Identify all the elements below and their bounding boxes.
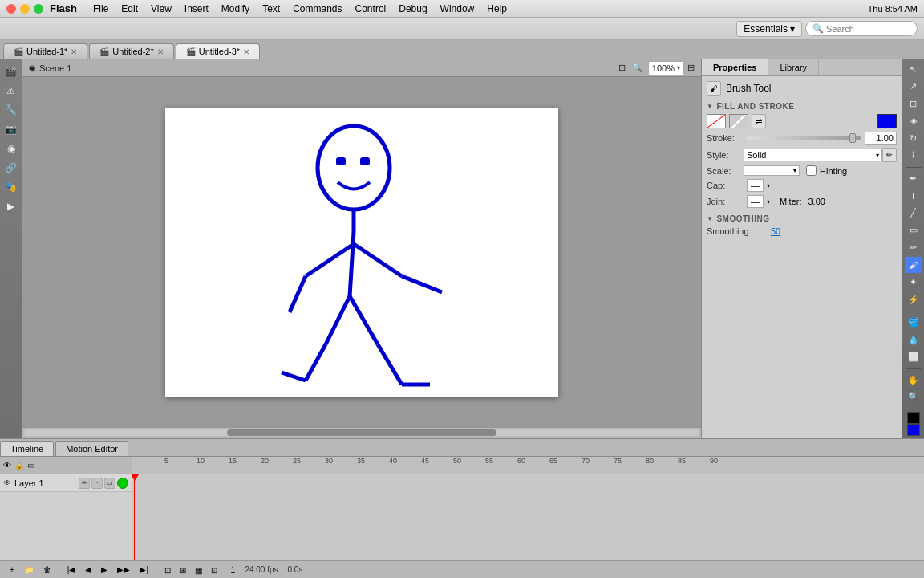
timeline-keyframes[interactable] [132,474,924,560]
close-button[interactable] [6,4,16,14]
style-edit-btn[interactable]: ✏ [882,148,897,162]
stage[interactable] [165,108,558,397]
tool-rectangle[interactable]: ▭ [905,222,922,239]
search-box[interactable]: 🔍 [805,21,918,36]
tool-brush[interactable]: 🖌 [905,257,922,274]
tool-text[interactable]: T [905,188,922,205]
tool-pencil[interactable]: ✏ [905,239,922,256]
menu-debug[interactable]: Debug [392,2,433,16]
tab-close3[interactable]: ✕ [243,47,249,56]
left-panel-compiler[interactable]: ⚠ [2,82,20,100]
step-back-btn[interactable]: ◀ [82,564,95,576]
go-first-btn[interactable]: |◀ [64,564,79,576]
menu-modify[interactable]: Modify [215,2,256,16]
zoom-dropdown[interactable]: ▾ [677,64,680,71]
color-swatch-blue[interactable] [877,114,897,128]
layer-dot-btn[interactable]: · [91,478,103,489]
tool-free-transform[interactable]: ⊡ [905,96,922,112]
hinting-checkbox[interactable] [806,165,817,176]
tool-bone[interactable]: ⚡ [905,291,922,308]
tab-untitled3[interactable]: 🎬 Untitled-3* ✕ [176,43,260,59]
tool-paint-bucket[interactable]: 🪣 [905,314,922,331]
tool-selection[interactable]: ↖ [905,61,922,78]
fill-stroke-collapse[interactable]: ▼ [707,103,713,110]
essentials-dropdown[interactable]: Essentials ▾ [736,21,802,37]
menu-help[interactable]: Help [480,2,513,16]
panel-tab-library[interactable]: Library [768,59,819,75]
timeline-tab-timeline[interactable]: Timeline [0,441,54,456]
stroke-value-input[interactable] [865,132,897,144]
minimize-button[interactable] [20,4,30,14]
step-forward-btn[interactable]: ▶▶ [114,564,133,576]
search-input[interactable] [826,24,906,34]
tool-deco[interactable]: ✦ [905,274,922,291]
edit-multiple-frames-btn[interactable]: ▦ [192,564,205,576]
stroke-slider[interactable] [747,136,861,140]
delete-layer-btn[interactable]: 🗑 [40,564,55,576]
left-panel-motion[interactable]: 🎬 [2,63,20,80]
tool-zoom[interactable]: 🔍 [905,389,922,405]
left-panel-link[interactable]: 🔗 [2,159,20,177]
layer-pencil-btn[interactable]: ✏ [79,478,90,489]
onion-skin-btn[interactable]: ⊡ [161,564,174,576]
tool-3d-rotation[interactable]: ↻ [905,130,922,147]
swap-colors-btn[interactable]: ⇌ [752,114,766,128]
zoom-icon[interactable]: 🔍 [630,63,645,73]
tool-line[interactable]: ╱ [905,205,922,222]
layer-outline-icon[interactable]: ▭ [27,461,34,470]
tool-hand[interactable]: ✋ [905,372,922,389]
smoothing-value[interactable]: 50 [771,226,780,236]
tool-lasso[interactable]: ⌇ [905,148,922,165]
play-btn[interactable]: ▶ [98,564,111,576]
tab-untitled2[interactable]: 🎬 Untitled-2* ✕ [89,43,173,59]
tab-close2[interactable]: ✕ [157,47,164,56]
tab-untitled1[interactable]: 🎬 Untitled-1* ✕ [3,43,87,59]
layer-lock-icon[interactable]: 🔒 [14,461,24,470]
zoom-expand-icon[interactable]: ⊞ [687,63,695,73]
left-panel-mask[interactable]: 🎭 [2,178,20,196]
style-dropdown[interactable]: Solid ▾ [744,149,882,161]
go-last-btn[interactable]: ▶| [136,564,152,576]
menu-commands[interactable]: Commands [286,2,348,16]
menu-view[interactable]: View [144,2,178,16]
menu-text[interactable]: Text [256,2,286,16]
menu-edit[interactable]: Edit [115,2,144,16]
tool-pen[interactable]: ✒ [905,170,922,187]
stroke-pattern-swatch[interactable] [729,114,748,128]
zoom-selector[interactable]: 100% ▾ [648,61,684,75]
fill-swatch[interactable] [707,114,726,128]
left-panel-debug[interactable]: ▶ [2,197,20,215]
add-layer-btn[interactable]: + [6,564,18,576]
add-folder-btn[interactable]: 📁 [21,564,37,576]
menu-control[interactable]: Control [349,2,393,16]
modify-onion-markers-btn[interactable]: ⊡ [208,564,221,576]
h-scrollbar-track[interactable] [24,429,699,436]
panel-tab-properties[interactable]: Properties [702,59,768,75]
onion-skin-outline-btn[interactable]: ⊞ [176,564,189,576]
menu-window[interactable]: Window [434,2,481,16]
layer-frame-btn[interactable]: ▭ [104,478,116,489]
stroke-slider-thumb[interactable] [849,133,856,143]
layer-visibility-toggle[interactable]: 👁 [3,478,11,487]
hinting-checkbox-row[interactable]: Hinting [806,165,847,176]
left-panel-camera[interactable]: 📷 [2,120,20,138]
canvas-scrollbar-horizontal[interactable] [22,427,701,438]
smoothing-collapse[interactable]: ▼ [707,215,713,222]
tool-eraser[interactable]: ⬜ [905,348,922,365]
menu-insert[interactable]: Insert [178,2,215,16]
h-scrollbar-thumb[interactable] [227,429,497,436]
tool-gradient-transform[interactable]: ◈ [905,113,922,130]
scale-dropdown[interactable]: ▾ [744,165,800,176]
tab-close1[interactable]: ✕ [71,47,77,56]
layer-eye-icon[interactable]: 👁 [3,461,11,470]
tool-eyedropper[interactable]: 💧 [905,332,922,348]
color-blue[interactable] [907,424,920,436]
fit-width-icon[interactable]: ⊡ [617,63,627,73]
left-panel-properties[interactable]: 🔧 [2,101,20,119]
tool-subselection[interactable]: ↗ [905,79,922,96]
maximize-button[interactable] [34,4,43,14]
color-black[interactable] [907,412,920,424]
left-panel-scene[interactable]: ◉ [2,140,20,157]
timeline-tab-motion-editor[interactable]: Motion Editor [55,441,128,456]
cap-dropdown-arrow[interactable]: ▾ [767,182,770,189]
